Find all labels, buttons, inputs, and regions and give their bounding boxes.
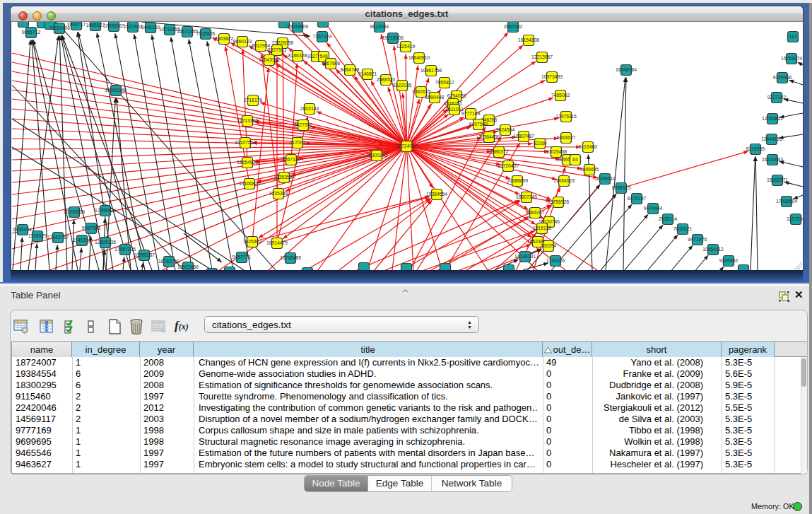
svg-text:9997588: 9997588 xyxy=(82,226,101,230)
svg-text:7515526: 7515526 xyxy=(196,31,216,36)
svg-text:6479197: 6479197 xyxy=(628,196,647,201)
svg-text:7625402: 7625402 xyxy=(243,239,262,244)
svg-text:19756928: 19756928 xyxy=(548,199,569,204)
svg-text:20206536: 20206536 xyxy=(64,209,85,214)
svg-text:7632621: 7632621 xyxy=(673,226,693,231)
svg-text:6455051: 6455051 xyxy=(13,227,33,232)
svg-text:17957225: 17957225 xyxy=(114,247,136,252)
svg-text:17016504: 17016504 xyxy=(776,199,797,204)
svg-text:12353594: 12353594 xyxy=(273,175,295,180)
svg-text:10025438: 10025438 xyxy=(546,149,567,154)
svg-text:16154808: 16154808 xyxy=(518,37,539,42)
svg-text:1362615: 1362615 xyxy=(412,89,431,94)
svg-text:8938923: 8938923 xyxy=(612,185,631,190)
svg-text:19384554: 19384554 xyxy=(426,192,447,197)
svg-text:9457771: 9457771 xyxy=(233,255,252,259)
svg-text:252254: 252254 xyxy=(541,243,557,248)
svg-text:2867608: 2867608 xyxy=(322,61,341,66)
svg-text:1325419: 1325419 xyxy=(396,44,416,49)
svg-text:2718176: 2718176 xyxy=(244,98,263,103)
svg-text:8813054: 8813054 xyxy=(370,24,389,29)
svg-text:7357224: 7357224 xyxy=(313,34,332,39)
svg-text:19166825: 19166825 xyxy=(239,181,260,186)
svg-text:10973493: 10973493 xyxy=(541,74,563,79)
svg-text:17942757: 17942757 xyxy=(47,235,69,240)
svg-text:16782759: 16782759 xyxy=(158,259,180,264)
svg-text:1235359: 1235359 xyxy=(269,191,288,196)
svg-text:10654112: 10654112 xyxy=(702,247,724,252)
svg-text:9699695: 9699695 xyxy=(580,167,599,172)
svg-text:12213967: 12213967 xyxy=(531,54,553,59)
svg-text:8660123: 8660123 xyxy=(233,39,252,44)
svg-text:9463627: 9463627 xyxy=(557,135,576,140)
svg-text:1167534: 1167534 xyxy=(787,216,803,221)
svg-text:1145194: 1145194 xyxy=(73,238,91,243)
svg-text:18724007: 18724007 xyxy=(396,144,417,148)
svg-text:12975115: 12975115 xyxy=(555,114,577,119)
svg-text:9146821: 9146821 xyxy=(358,71,377,76)
svg-text:64: 64 xyxy=(572,157,578,162)
svg-text:15692971: 15692971 xyxy=(767,177,788,182)
svg-text:8267110: 8267110 xyxy=(282,157,300,162)
svg-text:9227342: 9227342 xyxy=(767,95,787,100)
svg-text:1156829: 1156829 xyxy=(28,233,47,238)
svg-text:9884067: 9884067 xyxy=(526,210,545,215)
svg-text:16033809: 16033809 xyxy=(287,24,308,29)
svg-text:12093822: 12093822 xyxy=(762,116,783,121)
svg-text:2803144: 2803144 xyxy=(300,106,319,111)
svg-text:12444195: 12444195 xyxy=(761,136,782,141)
svg-text:1065527: 1065527 xyxy=(86,23,105,28)
svg-text:9327503: 9327503 xyxy=(268,47,287,52)
svg-text:7663822: 7663822 xyxy=(215,36,234,41)
svg-text:10807487: 10807487 xyxy=(513,134,534,139)
svg-text:9115460: 9115460 xyxy=(579,144,597,149)
svg-text:19654923: 19654923 xyxy=(553,178,575,183)
svg-text:62160: 62160 xyxy=(534,141,547,146)
svg-text:16409514: 16409514 xyxy=(594,176,616,181)
svg-text:15716485: 15716485 xyxy=(280,255,301,260)
svg-text:1815132: 1815132 xyxy=(533,226,552,230)
svg-text:9245652: 9245652 xyxy=(719,258,739,263)
svg-text:12213369: 12213369 xyxy=(237,118,258,123)
svg-text:10543362: 10543362 xyxy=(259,57,280,62)
svg-text:112: 112 xyxy=(789,34,797,39)
svg-text:1733426: 1733426 xyxy=(546,258,565,263)
svg-text:17359924: 17359924 xyxy=(95,208,116,213)
svg-text:1527602: 1527602 xyxy=(124,24,143,29)
svg-text:19654925: 19654925 xyxy=(237,160,258,165)
svg-text:10961758: 10961758 xyxy=(420,68,442,73)
svg-text:8471876: 8471876 xyxy=(688,237,707,242)
svg-text:16648784: 16648784 xyxy=(616,67,637,72)
svg-text:9474444: 9474444 xyxy=(644,206,663,211)
svg-text:6794028: 6794028 xyxy=(447,93,466,98)
svg-text:8322035: 8322035 xyxy=(393,83,412,88)
svg-text:7955812: 7955812 xyxy=(435,80,454,85)
svg-text:15751074: 15751074 xyxy=(781,56,802,61)
svg-text:10107553: 10107553 xyxy=(235,140,256,145)
svg-text:12505135: 12505135 xyxy=(95,240,116,245)
svg-text:18807249: 18807249 xyxy=(516,194,537,199)
svg-text:12923466: 12923466 xyxy=(177,264,199,269)
svg-text:14136141: 14136141 xyxy=(514,254,536,259)
svg-text:20053346: 20053346 xyxy=(105,88,126,93)
svg-text:9777169: 9777169 xyxy=(461,111,481,116)
svg-text:18640910: 18640910 xyxy=(408,55,430,60)
svg-text:6466160: 6466160 xyxy=(141,25,160,30)
svg-text:8454749: 8454749 xyxy=(341,67,360,72)
svg-text:2087682: 2087682 xyxy=(504,24,523,29)
svg-text:2935114: 2935114 xyxy=(659,216,677,221)
svg-text:20364436: 20364436 xyxy=(478,134,500,139)
svg-text:3624554: 3624554 xyxy=(496,127,515,132)
svg-text:1093717: 1093717 xyxy=(67,22,86,27)
svg-text:16671355: 16671355 xyxy=(177,29,198,34)
svg-text:15720407: 15720407 xyxy=(498,163,519,168)
svg-text:7986372: 7986372 xyxy=(490,149,509,154)
svg-text:9329966: 9329966 xyxy=(773,75,792,80)
svg-text:10655267: 10655267 xyxy=(103,23,124,28)
svg-text:10688609: 10688609 xyxy=(507,178,528,183)
svg-text:8215955: 8215955 xyxy=(746,146,765,151)
svg-text:8186328: 8186328 xyxy=(288,53,307,58)
svg-text:117004: 117004 xyxy=(290,140,305,145)
svg-text:8990448: 8990448 xyxy=(425,95,445,100)
svg-text:2588520: 2588520 xyxy=(377,77,396,82)
